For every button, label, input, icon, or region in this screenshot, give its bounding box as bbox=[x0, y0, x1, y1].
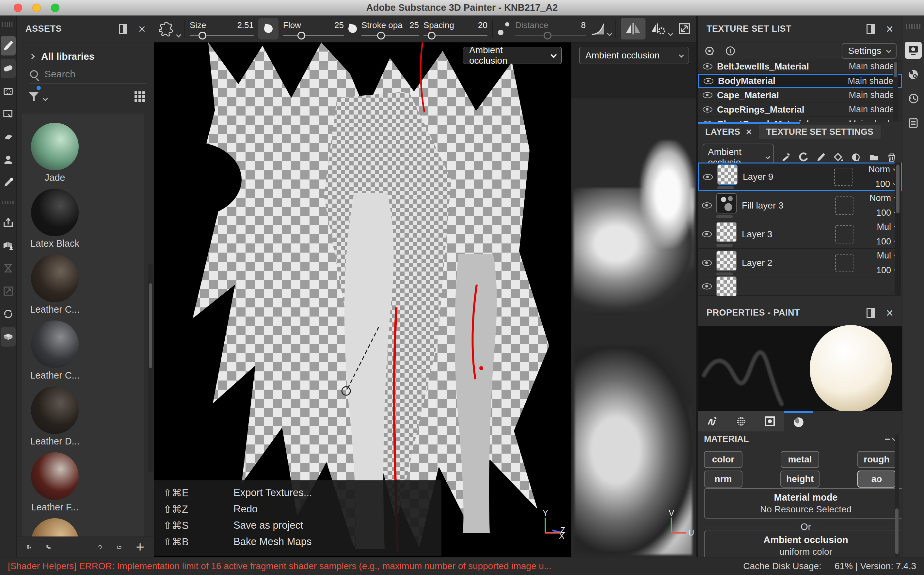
settings-dropdown[interactable]: Settings bbox=[842, 43, 897, 59]
lazy-mouse-icon[interactable] bbox=[497, 22, 511, 36]
layer-row[interactable]: Layer 3 Mul 100 bbox=[698, 220, 902, 249]
channel-metal-button[interactable]: metal bbox=[781, 451, 819, 468]
new-folder-icon[interactable] bbox=[117, 541, 122, 553]
folder-list-icon[interactable] bbox=[46, 541, 51, 553]
tab-stencil[interactable] bbox=[755, 411, 784, 431]
symmetry-settings-button[interactable] bbox=[650, 22, 672, 36]
log-button[interactable] bbox=[905, 114, 922, 131]
properties-scrollbar[interactable] bbox=[895, 434, 899, 557]
tab-material[interactable] bbox=[784, 411, 813, 431]
visibility-eye-icon[interactable] bbox=[703, 92, 712, 98]
delete-layer-icon[interactable] bbox=[886, 152, 897, 163]
material-section-header[interactable]: MATERIAL bbox=[698, 431, 902, 445]
layers-scrollbar[interactable] bbox=[895, 162, 901, 295]
group-folder-icon[interactable] bbox=[868, 152, 879, 163]
channel-ao-button[interactable]: ao bbox=[857, 470, 896, 488]
channel-nrm-button[interactable]: nrm bbox=[704, 470, 743, 488]
spacing-slider[interactable]: Spacing20 bbox=[423, 20, 487, 38]
layer-thumbnail[interactable] bbox=[716, 276, 736, 297]
transform-button[interactable] bbox=[676, 21, 692, 37]
horizontal-scrollbar[interactable] bbox=[698, 122, 800, 124]
texture-set-row[interactable]: Cape_MaterialMain shader bbox=[698, 88, 902, 102]
close-panel-icon[interactable]: × bbox=[886, 23, 893, 35]
dock-panel-icon[interactable] bbox=[867, 308, 875, 318]
material-item[interactable]: Leather F... bbox=[25, 452, 84, 513]
texture-set-row[interactable]: ChestGaurd_MaterialMain shader bbox=[698, 117, 902, 122]
grid-view-icon[interactable] bbox=[135, 91, 145, 102]
dock-panel-icon[interactable] bbox=[867, 24, 875, 34]
viewport-2d[interactable]: Ambient occlusion V U bbox=[571, 43, 696, 557]
import-resources-button[interactable] bbox=[1, 213, 16, 232]
material-item[interactable]: Leather C... bbox=[25, 254, 84, 315]
export-list-icon[interactable] bbox=[27, 541, 32, 553]
mask-slot[interactable] bbox=[835, 225, 854, 243]
channel-rough-button[interactable]: rough bbox=[857, 451, 896, 468]
assets-breadcrumb[interactable]: All libraries bbox=[17, 43, 154, 65]
projection-tool-button[interactable] bbox=[1, 82, 16, 101]
layer-thumbnail[interactable] bbox=[716, 193, 736, 213]
tab-layers[interactable]: LAYERS × bbox=[698, 125, 759, 139]
add-paint-layer-icon[interactable] bbox=[816, 152, 827, 163]
shader-settings-button[interactable] bbox=[905, 66, 922, 83]
viewport-channel-dropdown[interactable]: Ambient occlusion bbox=[463, 47, 561, 64]
visibility-eye-icon[interactable] bbox=[703, 174, 713, 180]
smudge-tool-button[interactable] bbox=[1, 127, 16, 147]
layer-thumbnail[interactable] bbox=[716, 251, 736, 271]
texture-set-row[interactable]: CapeRings_MaterialMain shader bbox=[698, 102, 902, 117]
paint-tool-button[interactable] bbox=[1, 36, 16, 56]
dock-grip-handle[interactable] bbox=[906, 24, 921, 29]
layer-row[interactable]: Fill layer 3 Norm 100 bbox=[698, 191, 902, 220]
layer-row-selected[interactable]: Layer 9 Norm 100 bbox=[698, 162, 902, 191]
zoom-window-button[interactable] bbox=[51, 3, 59, 12]
display-mode-button[interactable] bbox=[1, 327, 16, 346]
texture-set-row-selected[interactable]: BodyMaterialMain shader bbox=[698, 74, 902, 88]
mask-slot[interactable] bbox=[835, 197, 854, 215]
clone-tool-button[interactable] bbox=[1, 150, 16, 170]
channel-height-button[interactable]: height bbox=[780, 470, 819, 488]
visibility-eye-icon[interactable] bbox=[703, 106, 712, 113]
blend-mode-dropdown[interactable]: Norm bbox=[870, 193, 898, 203]
blend-mode-dropdown[interactable]: Norm bbox=[868, 164, 897, 175]
texture-set-scrollbar[interactable] bbox=[893, 61, 898, 121]
refresh-icon[interactable] bbox=[98, 541, 103, 553]
brush-tip-button[interactable] bbox=[258, 18, 278, 40]
close-tab-icon[interactable]: × bbox=[746, 127, 752, 137]
tab-alpha[interactable] bbox=[727, 411, 755, 431]
visibility-eye-icon[interactable] bbox=[702, 283, 712, 289]
close-panel-icon[interactable]: × bbox=[886, 307, 893, 319]
polygon-fill-tool-button[interactable] bbox=[1, 105, 16, 124]
add-fill-layer-icon[interactable] bbox=[833, 152, 844, 163]
history-button[interactable] bbox=[905, 90, 922, 107]
visibility-eye-icon[interactable] bbox=[702, 260, 712, 266]
tab-brush[interactable] bbox=[698, 411, 727, 431]
solo-view-icon[interactable]: 1 bbox=[724, 45, 736, 57]
tab-texture-set-settings[interactable]: TEXTURE SET SETTINGS bbox=[759, 125, 881, 139]
texture-set-row[interactable]: BeltJewellls_MaterialMain shader bbox=[698, 59, 902, 74]
material-item[interactable]: Latex Black bbox=[25, 189, 84, 249]
minimize-window-button[interactable] bbox=[32, 3, 41, 12]
search-input[interactable] bbox=[45, 68, 136, 79]
rail-grip-handle[interactable] bbox=[2, 22, 14, 27]
layer-thumbnail[interactable] bbox=[717, 164, 738, 185]
stroke-opacity-slider[interactable]: Stroke opa25 bbox=[361, 20, 419, 38]
eraser-tool-button[interactable] bbox=[1, 59, 16, 78]
falloff-curve-button[interactable] bbox=[590, 22, 611, 36]
add-smart-material-icon[interactable] bbox=[798, 152, 809, 163]
visibility-eye-icon[interactable] bbox=[702, 202, 712, 208]
opacity-dropdown[interactable]: 100 bbox=[875, 179, 897, 189]
sync-visibility-icon[interactable] bbox=[703, 45, 716, 57]
title-bar[interactable]: Adobe Substance 3D Painter - KNB217_A2 bbox=[0, 0, 924, 16]
viewport-3d[interactable]: Ambient occlusion ⇧⌘EExport Textures... … bbox=[154, 43, 571, 557]
display-settings-button[interactable] bbox=[905, 42, 922, 59]
mask-slot[interactable] bbox=[834, 168, 852, 186]
layer-row-partial[interactable] bbox=[698, 277, 902, 295]
add-mask-icon[interactable] bbox=[851, 152, 862, 163]
material-item[interactable]: Leather D... bbox=[25, 386, 84, 447]
visibility-eye-icon[interactable] bbox=[702, 231, 712, 237]
assets-scrollbar[interactable] bbox=[148, 264, 153, 473]
close-panel-icon[interactable]: × bbox=[138, 23, 146, 35]
size-slider[interactable]: Size2.51 bbox=[190, 20, 254, 38]
mask-slot[interactable] bbox=[835, 254, 854, 272]
brush-preset-button[interactable] bbox=[158, 20, 180, 37]
close-window-button[interactable] bbox=[14, 3, 22, 12]
